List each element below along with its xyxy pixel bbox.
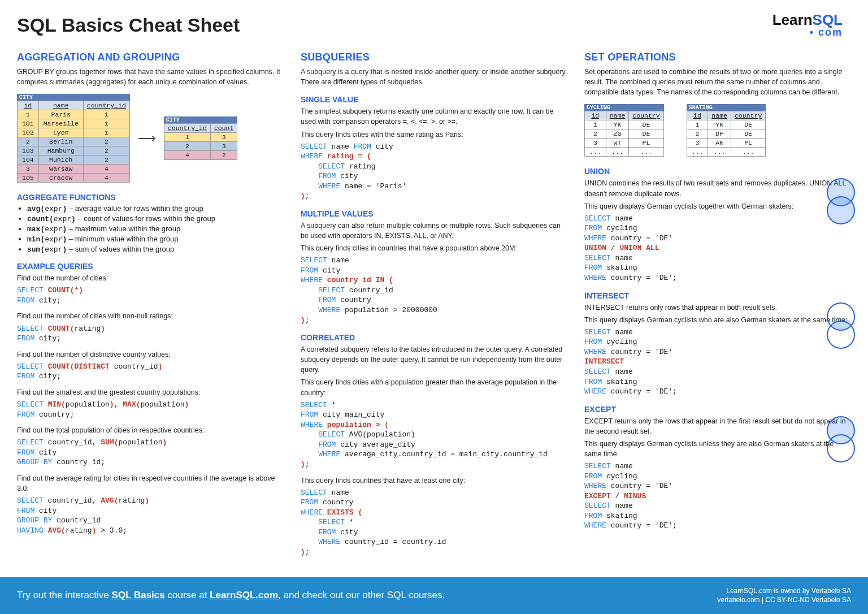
agg-function-item: max(expr) – maximum value within the gro…	[27, 224, 284, 234]
heading-set-operations: SET OPERATIONS	[584, 51, 851, 63]
except-lead: This query displays German cyclists unle…	[584, 439, 851, 459]
column-aggregation: AGGREGATION AND GROUPING GROUP BY groups…	[17, 45, 284, 563]
venn-union-icon	[827, 178, 858, 229]
agg-function-item: count(expr) – count of values for rows w…	[27, 214, 284, 223]
brand-logo: LearnSQL • com	[772, 11, 843, 38]
corr-query: SELECT * FROM city main_city WHERE popul…	[301, 400, 567, 470]
heading-single-value: SINGLE VALUE	[301, 95, 567, 104]
example-query: SELECT COUNT(rating) FROM city;	[17, 324, 284, 344]
footer-credits: LearnSQL.com is owned by Vertabelo SA ve…	[717, 586, 851, 606]
footer-link-course[interactable]: SQL Basics	[112, 590, 165, 600]
page-title: SQL Basics Cheat Sheet	[17, 14, 851, 36]
footer-text: Try out the interactive SQL Basics cours…	[17, 590, 445, 601]
heading-aggregation: AGGREGATION AND GROUPING	[17, 51, 284, 63]
multi-query: SELECT name FROM city WHERE country_id I…	[301, 256, 567, 325]
intersect-query: SELECT name FROM cycling WHERE country =…	[584, 327, 851, 397]
cycling-table: CYCLINGidnamecountry1YKDE2ZGDE3WTPL.....…	[584, 104, 664, 157]
union-lead: This query displays German cyclists toge…	[584, 201, 851, 211]
venn-intersect-icon	[827, 302, 858, 353]
heading-example-queries: EXAMPLE QUERIES	[17, 262, 284, 271]
venn-except-icon	[827, 416, 858, 467]
heading-except: EXCEPT	[584, 405, 851, 414]
heading-union: UNION	[584, 167, 851, 176]
agg-function-item: min(expr) – minimum value within the gro…	[27, 235, 284, 244]
example-desc: Find out the number of distinctive count…	[17, 349, 284, 360]
column-subqueries: SUBQUERIES A subquery is a query that is…	[301, 45, 567, 563]
corr-lead: This query finds cities with a populatio…	[301, 377, 567, 397]
heading-correlated: CORRELATED	[301, 333, 567, 342]
single-desc: The simplest subquery returns exactly on…	[301, 106, 567, 127]
corr2-lead: This query finds countries that have at …	[301, 475, 567, 486]
heading-agg-functions: AGGREGATE FUNCTIONS	[17, 193, 284, 202]
example-query: SELECT country_id, SUM(population) FROM …	[17, 438, 284, 468]
example-query: SELECT COUNT(DISTINCT country_id) FROM c…	[17, 362, 284, 382]
example-query: SELECT COUNT(*) FROM city;	[17, 286, 284, 305]
single-lead: This query finds cities with the same ra…	[301, 129, 567, 140]
corr-desc: A correlated subquery refers to the tabl…	[301, 344, 567, 375]
example-desc: Find out the number of cities:	[17, 273, 284, 283]
union-desc: UNION combines the results of two result…	[584, 178, 851, 198]
except-query: SELECT name FROM cycling WHERE country =…	[584, 461, 851, 531]
heading-subqueries: SUBQUERIES	[301, 51, 567, 63]
footer: Try out the interactive SQL Basics cours…	[0, 577, 868, 614]
multi-desc: A subquery can also return multiple colu…	[301, 220, 567, 241]
example-query: SELECT country_id, AVG(rating) FROM city…	[17, 496, 284, 535]
subqueries-desc: A subquery is a query that is nested ins…	[301, 67, 567, 87]
heading-multiple-values: MULTIPLE VALUES	[301, 209, 567, 218]
multi-lead: This query finds cities in countries tha…	[301, 243, 567, 253]
intersect-desc: INTERSECT returns only rows that appear …	[584, 302, 851, 313]
city-result-table: CITYcountry_idcount132342	[164, 116, 238, 160]
arrow-icon: ⟶	[138, 131, 156, 146]
agg-function-item: avg(expr) – average value for rows withi…	[27, 204, 284, 213]
agg-description: GROUP BY groups together rows that have …	[17, 67, 284, 87]
city-table: CITYidnamecountry_id1Paris1101Marseille1…	[17, 94, 130, 183]
except-desc: EXCEPT returns only the rows that appear…	[584, 416, 851, 436]
agg-function-item: sum(expr) – sum of values within the gro…	[27, 245, 284, 254]
skating-table: SKATINGidnamecountry1YKDE2DFDE3AKPL.....…	[687, 104, 766, 157]
footer-link-site[interactable]: LearnSQL.com	[210, 590, 278, 600]
agg-functions-list: avg(expr) – average value for rows withi…	[17, 204, 284, 254]
intersect-lead: This query displays German cyclists who …	[584, 315, 851, 325]
set-desc: Set operations are used to combine the r…	[584, 67, 851, 97]
example-query: SELECT MIN(population), MAX(population) …	[17, 400, 284, 420]
single-query: SELECT name FROM city WHERE rating = ( S…	[301, 142, 567, 201]
example-desc: Find out the total population of cities …	[17, 425, 284, 435]
heading-intersect: INTERSECT	[584, 291, 851, 300]
column-set-operations: SET OPERATIONS Set operations are used t…	[584, 45, 851, 563]
example-desc: Find out the smallest and the greatest c…	[17, 387, 284, 397]
corr2-query: SELECT name FROM country WHERE EXISTS ( …	[301, 488, 567, 557]
example-desc: Find out the average rating for cities i…	[17, 473, 284, 494]
union-query: SELECT name FROM cycling WHERE country =…	[584, 214, 851, 283]
example-desc: Find out the number of cities with non-n…	[17, 311, 284, 321]
